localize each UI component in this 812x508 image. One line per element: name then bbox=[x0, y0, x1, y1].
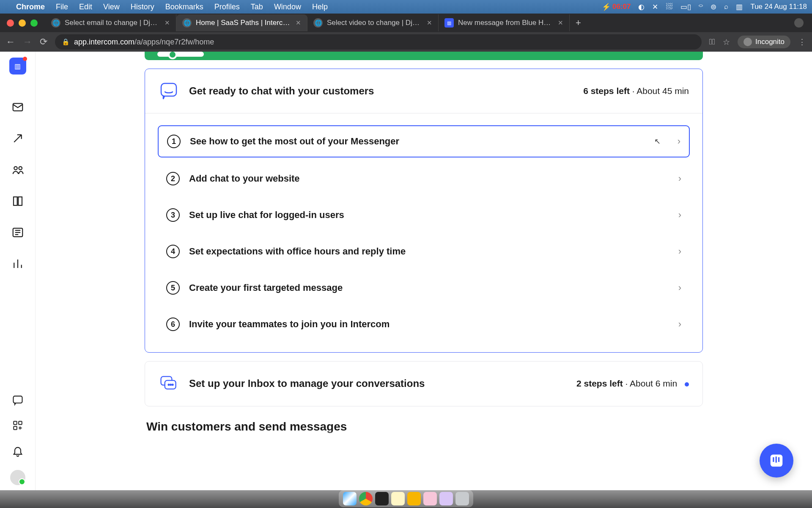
tab-label: Select email to change | Djang bbox=[65, 19, 160, 27]
dock-notes-icon[interactable] bbox=[391, 492, 405, 505]
browser-tab[interactable]: 🌐 Select video to change | Djang ✕ bbox=[307, 14, 439, 31]
svg-point-13 bbox=[172, 384, 173, 385]
chevron-right-icon: › bbox=[678, 282, 681, 293]
window-close-button[interactable] bbox=[7, 19, 14, 27]
sidebar-articles-icon[interactable] bbox=[11, 195, 24, 207]
spotlight-icon[interactable]: ⌕ bbox=[724, 3, 728, 11]
back-button[interactable]: ← bbox=[6, 36, 15, 47]
tab-close-button[interactable]: ✕ bbox=[296, 19, 301, 27]
sidebar-reports-icon[interactable] bbox=[11, 257, 24, 270]
chrome-window: 🌐 Select email to change | Djang ✕ 🌐 Hom… bbox=[0, 14, 812, 52]
url-path: /a/apps/nqe7r2fw/home bbox=[134, 38, 214, 46]
browser-tab-active[interactable]: 🌐 Home | SaaS Paths | Intercom ✕ bbox=[176, 14, 307, 31]
svg-point-1 bbox=[14, 167, 17, 170]
dock-chrome-icon[interactable] bbox=[359, 492, 373, 505]
step-label: Set expectations with office hours and r… bbox=[189, 246, 669, 257]
menu-file[interactable]: File bbox=[56, 3, 68, 11]
menu-history[interactable]: History bbox=[131, 3, 154, 11]
step-number: 6 bbox=[166, 318, 180, 331]
step-item[interactable]: 3 Set up live chat for logged-in users › bbox=[158, 200, 690, 230]
svg-rect-15 bbox=[773, 457, 774, 462]
sidebar-news-icon[interactable] bbox=[11, 226, 24, 239]
section-heading: Win customers and send messages bbox=[145, 420, 703, 433]
globe-icon: 🌐 bbox=[313, 18, 323, 28]
intercom-launcher-button[interactable] bbox=[760, 444, 793, 478]
dock-app-icon[interactable] bbox=[407, 492, 421, 505]
menu-profiles[interactable]: Profiles bbox=[214, 3, 240, 11]
window-maximize-button[interactable] bbox=[30, 19, 38, 27]
step-number: 3 bbox=[166, 208, 180, 222]
tab-close-button[interactable]: ✕ bbox=[558, 19, 563, 27]
address-bar[interactable]: 🔒 app.intercom.com/a/apps/nqe7r2fw/home bbox=[55, 34, 702, 50]
dock-trash-icon[interactable] bbox=[455, 492, 469, 505]
step-item[interactable]: 4 Set expectations with office hours and… bbox=[158, 236, 690, 267]
intercom-logo[interactable]: ▥ bbox=[9, 58, 26, 75]
browser-tab[interactable]: 🌐 Select email to change | Djang ✕ bbox=[45, 14, 176, 31]
svg-rect-7 bbox=[14, 426, 17, 430]
incognito-badge[interactable]: Incognito bbox=[738, 36, 790, 48]
sidebar-messenger-icon[interactable] bbox=[11, 394, 24, 406]
battery-status[interactable]: ⚡06:07 bbox=[602, 3, 631, 11]
step-item[interactable]: 1 See how to get the most out of your Me… bbox=[158, 125, 690, 157]
reload-button[interactable]: ⟳ bbox=[40, 36, 47, 47]
sidebar-inbox-icon[interactable] bbox=[11, 101, 24, 113]
address-bar-row: ← → ⟳ 🔒 app.intercom.com/a/apps/nqe7r2fw… bbox=[0, 32, 812, 52]
eye-blocked-icon[interactable]: 👁̸ bbox=[709, 37, 715, 47]
card-setup-inbox[interactable]: Set up your Inbox to manage your convers… bbox=[145, 361, 703, 406]
card-header[interactable]: Get ready to chat with your customers 6 … bbox=[145, 69, 702, 113]
tab-label: Select video to change | Djang bbox=[327, 19, 422, 27]
window-minimize-button[interactable] bbox=[19, 19, 26, 27]
sidebar-notifications-icon[interactable] bbox=[11, 444, 24, 457]
clock[interactable]: Tue 24 Aug 11:18 bbox=[750, 3, 807, 11]
svg-rect-16 bbox=[776, 457, 777, 463]
svg-rect-17 bbox=[778, 457, 779, 462]
menu-help[interactable]: Help bbox=[312, 3, 328, 11]
sidebar-apps-icon[interactable] bbox=[11, 419, 24, 432]
step-label: Set up live chat for logged-in users bbox=[189, 210, 669, 221]
wifi-icon[interactable]: ⌔ bbox=[699, 3, 703, 11]
cursor-pointer-icon: ↖ bbox=[654, 137, 661, 146]
dock-finder-icon[interactable] bbox=[343, 492, 357, 505]
active-app-name[interactable]: Chrome bbox=[16, 3, 45, 11]
bookmark-star-icon[interactable]: ☆ bbox=[723, 37, 730, 47]
onboarding-progress-bar bbox=[145, 52, 703, 60]
tool-icon[interactable]: ✕ bbox=[652, 3, 658, 11]
card-header[interactable]: Set up your Inbox to manage your convers… bbox=[145, 362, 702, 406]
menu-view[interactable]: View bbox=[103, 3, 120, 11]
tab-close-button[interactable]: ✕ bbox=[427, 19, 432, 27]
cloud-icon[interactable]: ⛆ bbox=[666, 3, 673, 11]
sidebar-outbound-icon[interactable] bbox=[11, 132, 24, 145]
step-item[interactable]: 2 Add chat to your website › bbox=[158, 163, 690, 194]
browser-tab[interactable]: ▥ New message from Blue Helico ✕ bbox=[439, 14, 570, 31]
menu-bookmarks[interactable]: Bookmarks bbox=[165, 3, 203, 11]
step-item[interactable]: 5 Create your first targeted message › bbox=[158, 273, 690, 303]
step-item[interactable]: 6 Invite your teammates to join you in I… bbox=[158, 309, 690, 340]
dock-folder-icon[interactable] bbox=[423, 492, 437, 505]
control-center-icon[interactable]: ⊚ bbox=[710, 3, 716, 11]
dock-folder-icon[interactable] bbox=[439, 492, 453, 505]
page-content: ▥ bbox=[0, 52, 812, 490]
menu-window[interactable]: Window bbox=[274, 3, 301, 11]
window-controls bbox=[7, 19, 38, 27]
dock-terminal-icon[interactable] bbox=[375, 492, 389, 505]
menu-edit[interactable]: Edit bbox=[79, 3, 92, 11]
forward-button[interactable]: → bbox=[23, 36, 32, 47]
step-label: Add chat to your website bbox=[189, 173, 669, 184]
svg-rect-6 bbox=[19, 421, 22, 425]
globe-icon: 🌐 bbox=[182, 18, 192, 28]
battery-icon[interactable]: ▭▯ bbox=[680, 3, 691, 11]
tab-label: Home | SaaS Paths | Intercom bbox=[196, 19, 291, 27]
sidebar-contacts-icon[interactable] bbox=[11, 163, 24, 176]
new-tab-button[interactable]: + bbox=[570, 17, 587, 28]
do-not-disturb-icon[interactable]: ◐ bbox=[638, 3, 645, 11]
step-label: See how to get the most out of your Mess… bbox=[190, 136, 653, 147]
tab-close-button[interactable]: ✕ bbox=[165, 19, 170, 27]
tab-strip: 🌐 Select email to change | Djang ✕ 🌐 Hom… bbox=[0, 14, 812, 32]
intercom-sidebar: ▥ bbox=[0, 52, 36, 490]
siri-icon[interactable]: ▥ bbox=[736, 3, 743, 11]
card-title: Set up your Inbox to manage your convers… bbox=[189, 378, 566, 389]
chrome-menu-button[interactable]: ⋮ bbox=[798, 37, 806, 47]
chevron-right-icon: › bbox=[678, 210, 681, 221]
menu-tab[interactable]: Tab bbox=[251, 3, 263, 11]
user-avatar[interactable] bbox=[10, 470, 25, 485]
